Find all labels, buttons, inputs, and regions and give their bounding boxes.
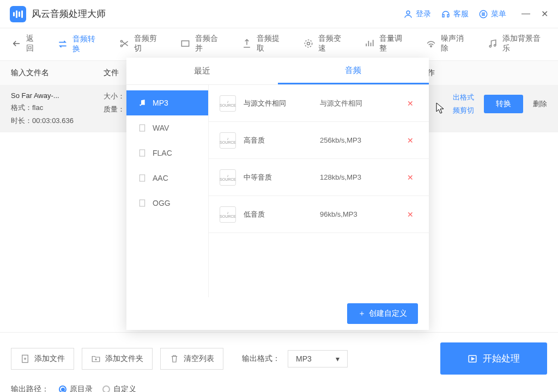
add-file-button[interactable]: 添加文件: [11, 348, 74, 370]
format-ogg[interactable]: OGG: [126, 191, 208, 216]
svg-point-5: [307, 42, 310, 45]
output-format-link[interactable]: 出格式: [453, 93, 474, 102]
file-actions: 出格式 频剪切 转换 删除: [453, 93, 547, 115]
popup-tab-audio[interactable]: 音频: [278, 58, 429, 84]
start-button[interactable]: 开始处理: [440, 342, 547, 375]
delete-link[interactable]: 删除: [533, 99, 547, 109]
audio-trim-link[interactable]: 频剪切: [453, 106, 474, 115]
remove-icon[interactable]: ✕: [407, 99, 418, 108]
tab-label: 音频转换: [72, 34, 102, 54]
source-icon: ♪SOURCE: [220, 169, 236, 186]
remove-icon[interactable]: ✕: [407, 210, 418, 219]
svg-point-10: [140, 105, 141, 106]
note-icon: [137, 98, 147, 108]
upload-icon: [241, 38, 252, 49]
trash-icon: [169, 354, 179, 364]
quality-row[interactable]: ♪SOURCE与源文件相同与源文件相同✕: [209, 85, 429, 122]
add-folder-button[interactable]: 添加文件夹: [82, 348, 153, 370]
svg-point-0: [407, 11, 410, 14]
format-list: MP3 WAV FLAC AAC OGG: [126, 85, 208, 297]
music-icon: [487, 38, 498, 49]
tab-label: 音频变速: [318, 34, 348, 53]
menu-icon: [478, 9, 488, 19]
file-plus-icon: [20, 354, 30, 364]
format-flac[interactable]: FLAC: [126, 140, 208, 166]
output-format-label: 输出格式：: [242, 354, 280, 364]
toolbar: 返回 音频转换 音频剪切 音频合并 音频提取 音频变速 音量调整 噪声消除 添加…: [0, 28, 558, 61]
create-custom-button[interactable]: ＋创建自定义: [347, 303, 418, 324]
volume-icon: [364, 38, 375, 49]
chevron-down-icon: ▾: [336, 354, 339, 363]
tab-extract[interactable]: 音频提取: [241, 34, 287, 56]
col-op: 操作: [420, 68, 547, 78]
tab-label: 音频提取: [257, 34, 287, 53]
tab-label: 音频剪切: [134, 34, 164, 53]
tab-volume[interactable]: 音量调整: [364, 34, 409, 56]
user-icon: [403, 9, 413, 19]
tab-label: 音量调整: [379, 34, 409, 53]
speed-icon: [303, 38, 314, 49]
folder-plus-icon: [91, 354, 101, 364]
bottombar: 添加文件 添加文件夹 清空列表 输出格式： MP3▾ 开始处理 输出路径： 原目…: [0, 332, 558, 392]
svg-point-7: [430, 45, 432, 47]
file-name: So Far Away-...: [11, 91, 104, 100]
remove-icon[interactable]: ✕: [407, 136, 418, 145]
format-mp3[interactable]: MP3: [126, 90, 208, 115]
tab-label: 音频合并: [195, 34, 225, 53]
svg-point-9: [494, 44, 495, 46]
arrow-left-icon: [11, 38, 22, 49]
svg-point-6: [305, 40, 312, 47]
plus-icon: ＋: [358, 309, 366, 318]
convert-button[interactable]: 转换: [484, 95, 523, 113]
file-icon: [137, 198, 147, 208]
quality-row[interactable]: ♪SOURCE低音质96kb/s,MP3✕: [209, 196, 429, 233]
service-label: 客服: [453, 9, 469, 19]
svg-rect-14: [140, 175, 144, 181]
format-popup: 最近 音频 MP3 WAV FLAC AAC OGG ♪SOURCE与源文件相同…: [126, 58, 429, 330]
svg-rect-4: [182, 41, 189, 46]
quality-row[interactable]: ♪SOURCE中等音质128kb/s,MP3✕: [209, 159, 429, 196]
file-format: 格式：flac: [11, 103, 104, 113]
close-button[interactable]: ✕: [541, 9, 548, 19]
service-link[interactable]: 客服: [441, 9, 469, 19]
format-aac[interactable]: AAC: [126, 166, 208, 191]
scissors-icon: [119, 38, 130, 49]
headset-icon: [441, 9, 451, 19]
app-logo: [10, 6, 26, 22]
tab-label: 噪声消除: [441, 34, 471, 53]
file-icon: [137, 123, 147, 133]
tab-convert[interactable]: 音频转换: [57, 24, 102, 64]
tab-label: 添加背景音乐: [502, 34, 547, 53]
radio-dot-icon: [59, 385, 66, 392]
menu-label: 菜单: [491, 9, 506, 19]
convert-icon: [57, 39, 68, 50]
login-link[interactable]: 登录: [403, 9, 431, 19]
svg-point-3: [120, 45, 122, 46]
col-name: 输入文件名: [11, 68, 104, 78]
play-icon: [468, 354, 477, 364]
tab-bgm[interactable]: 添加背景音乐: [487, 34, 547, 56]
minimize-button[interactable]: —: [521, 9, 530, 19]
output-format-select[interactable]: MP3▾: [288, 350, 348, 367]
quality-row[interactable]: ♪SOURCE高音质256kb/s,MP3✕: [209, 122, 429, 159]
svg-point-8: [489, 45, 491, 47]
radio-orig-dir[interactable]: 原目录: [59, 384, 93, 392]
format-wav[interactable]: WAV: [126, 115, 208, 140]
file-icon: [137, 173, 147, 183]
svg-rect-12: [140, 125, 144, 131]
tab-speed[interactable]: 音频变速: [303, 34, 348, 56]
back-button[interactable]: 返回: [11, 34, 41, 56]
menu-link[interactable]: 菜单: [478, 9, 506, 19]
source-icon: ♪SOURCE: [220, 132, 236, 149]
radio-custom-dir[interactable]: 自定义: [102, 384, 136, 392]
remove-icon[interactable]: ✕: [407, 173, 418, 182]
svg-point-2: [120, 40, 122, 42]
tab-noise[interactable]: 噪声消除: [426, 34, 471, 56]
file-duration: 时长：00:03:03.636: [11, 116, 104, 126]
clear-list-button[interactable]: 清空列表: [160, 348, 223, 370]
svg-point-11: [143, 103, 145, 105]
tab-merge[interactable]: 音频合并: [180, 34, 225, 56]
app-title: 风云音频处理大师: [32, 8, 106, 20]
popup-tab-recent[interactable]: 最近: [126, 58, 278, 84]
tab-trim[interactable]: 音频剪切: [119, 34, 164, 56]
